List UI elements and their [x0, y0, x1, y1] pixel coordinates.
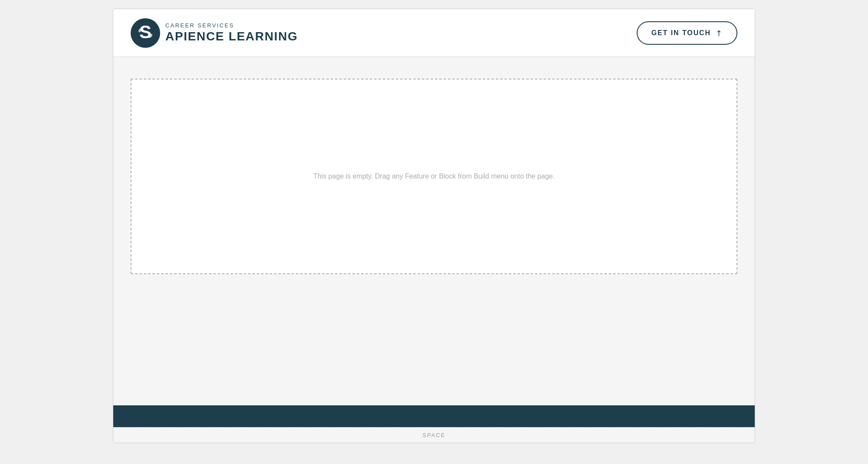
arrow-icon: ↗: [713, 27, 725, 39]
get-in-touch-label: GET IN TOUCH: [651, 29, 711, 37]
drop-zone-placeholder: This page is empty. Drag any Feature or …: [313, 172, 555, 180]
footer-bar: [113, 405, 755, 427]
drop-zone[interactable]: This page is empty. Drag any Feature or …: [131, 79, 737, 274]
space-area: SPACE: [113, 427, 755, 443]
site-header: S CAREER SERVICES APIENCE LEARNING GET I…: [113, 9, 755, 57]
logo-career-services: CAREER SERVICES: [165, 22, 298, 29]
main-content: This page is empty. Drag any Feature or …: [113, 57, 755, 405]
logo-text: CAREER SERVICES APIENCE LEARNING: [165, 22, 298, 43]
logo-icon: S: [131, 18, 160, 48]
logo-area: S CAREER SERVICES APIENCE LEARNING: [131, 18, 298, 48]
get-in-touch-button[interactable]: GET IN TOUCH ↗: [637, 21, 737, 45]
space-label: SPACE: [423, 432, 446, 438]
browser-frame: S CAREER SERVICES APIENCE LEARNING GET I…: [113, 9, 755, 443]
svg-text:S: S: [139, 22, 151, 42]
logo-apience-learning: APIENCE LEARNING: [165, 30, 298, 43]
